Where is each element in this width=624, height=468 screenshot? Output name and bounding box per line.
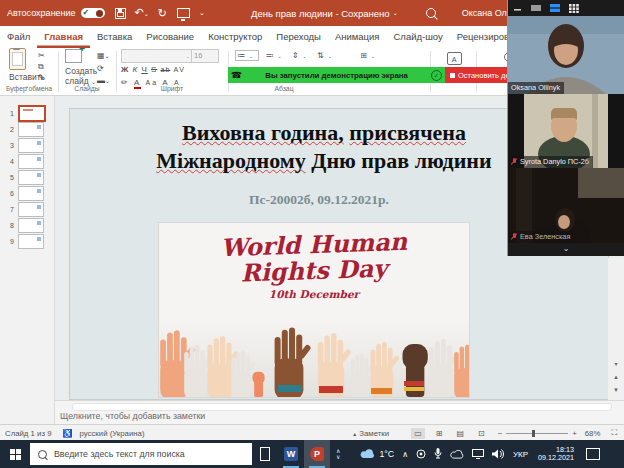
notes-pane[interactable]: Щелкните, чтобы добавить заметки	[55, 400, 624, 425]
zoom-in-button[interactable]: +	[572, 429, 577, 438]
slide-subtitle[interactable]: Пс-20002б, 09.12.2021р.	[70, 192, 568, 208]
tray-app-icon[interactable]	[416, 449, 426, 459]
human-rights-day-image[interactable]: World Human Rights Day 10th December	[159, 223, 469, 397]
start-slideshow-icon[interactable]	[177, 8, 190, 18]
slide-thumbnail-8[interactable]: 8	[0, 217, 54, 233]
font-size-box[interactable]: 16	[191, 49, 219, 63]
stop-share-button[interactable]: Остановить демон	[445, 67, 512, 83]
volume-icon[interactable]	[492, 449, 504, 459]
bold-button[interactable]: Ж	[121, 65, 129, 74]
slideshow-view-icon[interactable]: ⊡	[475, 428, 488, 439]
participant-2-name: Syrota Danylo ПС-2б	[508, 156, 593, 168]
underline-button[interactable]: Ч	[141, 65, 147, 74]
bullets-button[interactable]: ≔⌄	[235, 50, 259, 61]
raised-hands-illustration	[159, 317, 469, 397]
display-network-icon[interactable]	[472, 449, 484, 459]
phone-icon: ☎	[231, 70, 242, 80]
minimize-icon[interactable]	[514, 4, 522, 12]
slide-title[interactable]: Виховна година, присвячена Міжнародному …	[70, 119, 578, 175]
windows-taskbar: Введите здесь текст для поиска W P ∧∨ 1°…	[0, 440, 624, 468]
document-title[interactable]: День прав людини - Сохранено	[251, 8, 390, 19]
slides-group: Создать слайд ⌄ ▦⌄ ⟳ ▬⌄ Слайды	[59, 48, 115, 94]
collapse-panel-button[interactable]: ⌄	[508, 243, 624, 256]
columns-button[interactable]: ⊞⌄	[360, 51, 379, 60]
slide-thumbnail-6[interactable]: 6	[0, 185, 54, 201]
slide-thumbnail-9[interactable]: 9	[0, 233, 54, 249]
taskbar-scroll-arrows[interactable]: ∧∨	[336, 448, 340, 460]
powerpoint-taskbar-icon[interactable]: P	[304, 440, 330, 468]
slide-thumbnail-3[interactable]: 3	[0, 137, 54, 153]
temperature[interactable]: 1°C	[379, 449, 394, 459]
participant-video-1[interactable]: Oksana Oliinyk	[508, 16, 624, 94]
numbering-button[interactable]: ≕⌄	[265, 51, 285, 60]
cut-icon[interactable]: ✂	[38, 50, 45, 61]
copy-icon[interactable]: ⧉	[38, 61, 44, 72]
participant-video-2[interactable]: Syrota Danylo ПС-2б	[508, 94, 624, 168]
normal-view-icon[interactable]: ▭	[411, 428, 425, 439]
tab-design[interactable]: Конструктор	[201, 26, 269, 48]
weather-icon[interactable]	[360, 449, 375, 459]
tray-microphone-icon[interactable]	[434, 448, 442, 460]
tab-insert[interactable]: Вставка	[90, 26, 139, 48]
tab-animations[interactable]: Анимация	[328, 26, 387, 48]
tab-draw[interactable]: Рисование	[139, 26, 201, 48]
save-icon[interactable]	[115, 8, 126, 19]
redo-icon[interactable]: ↻	[158, 7, 167, 19]
slide-thumbnail-2[interactable]: 2	[0, 121, 54, 137]
tab-file[interactable]: Файл	[0, 26, 37, 48]
paste-icon	[9, 48, 26, 70]
layout-icon[interactable]: ▦⌄	[97, 50, 110, 62]
speaker-view-icon[interactable]	[531, 4, 541, 12]
italic-button[interactable]: К	[132, 65, 138, 74]
slide-sorter-icon[interactable]: ⊞	[433, 428, 446, 439]
autosave-toggle[interactable]: ✓	[81, 8, 105, 18]
undo-icon[interactable]: ↶⌄	[135, 6, 149, 20]
new-slide-button[interactable]: Создать слайд ⌄	[65, 49, 97, 86]
previous-slide-button[interactable]: ▲	[613, 374, 619, 380]
grid-view-icon[interactable]	[569, 4, 579, 13]
slide-thumbnail-5[interactable]: 5	[0, 169, 54, 185]
slide-thumbnail-7[interactable]: 7	[0, 201, 54, 217]
accessibility-icon[interactable]: ♿	[60, 428, 76, 439]
action-center-icon[interactable]	[586, 448, 600, 460]
next-slide-button[interactable]: ▼	[613, 387, 619, 393]
search-icon[interactable]	[426, 8, 436, 18]
notes-splitter[interactable]	[72, 403, 612, 411]
shadow-button[interactable]: ab	[161, 66, 171, 73]
tab-slideshow[interactable]: Слайд-шоу	[387, 26, 450, 48]
slide-counter: Слайд 1 из 9	[5, 429, 52, 438]
taskbar-search-input[interactable]: Введите здесь текст для поиска	[30, 443, 252, 465]
taskbar-clock[interactable]: 18:13 09.12.2021	[538, 446, 574, 463]
strip-view-icon[interactable]	[550, 4, 560, 12]
onedrive-icon[interactable]	[450, 450, 464, 459]
share-banner-message: Вы запустили демонстрацию экрана	[242, 71, 431, 80]
char-spacing-button[interactable]: АV	[174, 66, 185, 73]
strikethrough-button[interactable]: S	[151, 65, 157, 74]
reset-slide-icon[interactable]: ⟳	[97, 63, 104, 74]
tray-expand-icon[interactable]: ∧	[402, 450, 408, 459]
participant-video-3[interactable]: Ева Зеленская	[508, 168, 624, 243]
slide-thumbnail-4[interactable]: 4	[0, 153, 54, 169]
format-painter-icon[interactable]: ✎	[38, 72, 45, 83]
language-status[interactable]: русский (Украина)	[80, 429, 145, 438]
keyboard-language[interactable]: УКР	[513, 450, 528, 459]
zoom-level[interactable]: 68%	[585, 429, 601, 438]
zoom-slider[interactable]	[506, 433, 568, 434]
task-view-button[interactable]	[252, 440, 278, 468]
tab-transitions[interactable]: Переходы	[269, 26, 328, 48]
tab-home[interactable]: Главная	[37, 26, 90, 48]
font-name-box[interactable]: ⌄	[121, 49, 193, 63]
line-spacing-button[interactable]: ⇕⌄	[292, 51, 311, 60]
notes-toggle[interactable]: ▲ Заметки	[352, 429, 389, 438]
font-group: ⌄ 16 Ж К Ч S ab АV ✏ А Aa А А Шрифт	[117, 48, 227, 94]
customize-toolbar-icon[interactable]: ⌄	[199, 7, 205, 19]
fit-to-window-icon[interactable]: ⛶	[608, 427, 620, 439]
notes-placeholder[interactable]: Щелкните, чтобы добавить заметки	[60, 411, 205, 421]
start-button[interactable]	[0, 440, 30, 468]
scroll-down-icon[interactable]: ▾	[614, 360, 617, 367]
zoom-out-button[interactable]: −	[498, 429, 503, 438]
slide-thumbnail-1[interactable]: 1	[0, 105, 54, 121]
word-taskbar-icon[interactable]: W	[278, 440, 304, 468]
sort-button[interactable]: ⇅⌄	[317, 51, 336, 60]
reading-view-icon[interactable]: ▤	[453, 428, 467, 439]
